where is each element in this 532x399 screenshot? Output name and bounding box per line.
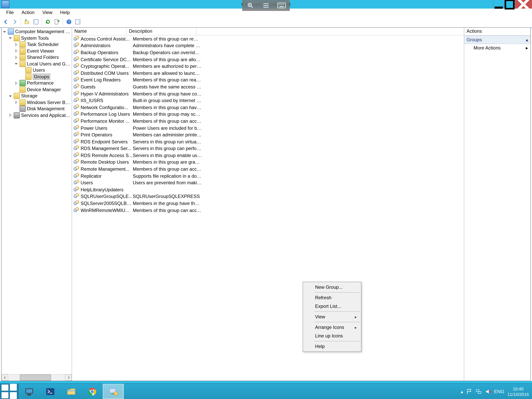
list-row[interactable]: WinRMRemoteWMIU...Members of this group … <box>72 207 464 214</box>
list-row[interactable]: Certificate Service DC...Members of this… <box>72 56 464 63</box>
volume-icon[interactable] <box>485 388 491 394</box>
tree-node[interactable]: Event Viewer <box>1 48 72 54</box>
scroll-thumb[interactable] <box>20 374 51 381</box>
tree-node[interactable]: Groups <box>1 73 72 80</box>
expand-icon[interactable] <box>14 55 18 60</box>
tree-node[interactable]: Windows Server Backup <box>1 99 72 106</box>
list-row[interactable]: Performance Monitor ...Members of this g… <box>72 118 464 124</box>
context-menu-item[interactable]: Export List... <box>304 302 360 310</box>
tree-node[interactable]: Disk Management <box>1 106 72 112</box>
expand-icon[interactable] <box>14 81 18 85</box>
list-row[interactable]: Event Log ReadersMembers of this group c… <box>72 77 464 83</box>
context-menu[interactable]: New Group...RefreshExport List...ViewArr… <box>303 282 361 352</box>
menu-icon[interactable] <box>262 2 270 9</box>
list-row[interactable]: SQLRUserGroupSQLE...SQLRUserGroupSQLEXPR… <box>72 193 464 200</box>
list-row[interactable]: Remote Management...Members of this grou… <box>72 166 464 173</box>
zoom-icon[interactable] <box>246 2 255 9</box>
list-body[interactable]: Access Control Assist...Members of this … <box>72 35 464 381</box>
context-menu-item[interactable]: Arrange Icons <box>304 323 360 332</box>
task-chrome[interactable] <box>82 384 103 399</box>
back-button[interactable] <box>1 17 10 26</box>
list-row[interactable]: Backup OperatorsBackup Operators can ove… <box>72 49 464 56</box>
task-computer-management[interactable] <box>103 384 124 399</box>
list-row[interactable]: IIS_IUSRSBuilt-in group used by Internet… <box>72 97 464 104</box>
list-row[interactable]: Remote Desktop UsersMembers in this grou… <box>72 159 464 166</box>
list-row[interactable]: GuestsGuests have the same access as m..… <box>72 83 464 90</box>
scroll-track[interactable] <box>8 374 65 381</box>
task-file-explorer[interactable] <box>61 384 82 399</box>
list-row[interactable]: AdministratorsAdministrators have comple… <box>72 42 464 49</box>
menu-file[interactable]: File <box>2 9 18 16</box>
list-pane[interactable]: Name Description Access Control Assist..… <box>72 28 464 381</box>
list-row[interactable]: RDS Management Ser...Servers in this gro… <box>72 145 464 152</box>
refresh-button[interactable] <box>44 17 52 26</box>
list-row[interactable]: Cryptographic Operat...Members are autho… <box>72 63 464 70</box>
list-row[interactable]: RDS Endpoint ServersServers in this grou… <box>72 138 464 145</box>
list-row[interactable]: Access Control Assist...Members of this … <box>72 35 464 42</box>
context-menu-item[interactable]: New Group... <box>304 283 360 291</box>
scroll-left-button[interactable] <box>1 374 8 381</box>
tree-horizontal-scrollbar[interactable] <box>1 374 72 381</box>
list-row[interactable]: Performance Log UsersMembers of this gro… <box>72 111 464 118</box>
menu-help[interactable]: Help <box>56 9 74 16</box>
column-header-description[interactable]: Description <box>127 28 197 35</box>
collapse-icon[interactable] <box>8 36 13 40</box>
list-row[interactable]: SQLServer2005SQLBro...Members in the gro… <box>72 200 464 207</box>
network-icon[interactable] <box>475 388 482 394</box>
menu-view[interactable]: View <box>38 9 56 16</box>
flag-icon[interactable] <box>466 388 472 394</box>
context-menu-item[interactable]: Refresh <box>304 293 360 302</box>
close-button[interactable] <box>515 0 532 9</box>
export-button[interactable] <box>53 17 61 26</box>
session-overlay-toolbar[interactable] <box>242 0 290 11</box>
collapse-icon[interactable] <box>14 62 18 66</box>
tree-node[interactable]: Storage <box>1 93 72 99</box>
tray-clock[interactable]: 10:40 11/10/2016 <box>507 386 530 397</box>
minimize-button[interactable] <box>493 0 504 9</box>
task-server-manager[interactable] <box>19 384 40 399</box>
expand-icon[interactable] <box>8 113 13 117</box>
list-row[interactable]: Hyper-V AdministratorsMembers of this gr… <box>72 90 464 97</box>
system-tray[interactable]: ▴ ENG 10:40 11/10/2016 <box>458 384 532 399</box>
task-powershell[interactable] <box>40 384 61 399</box>
context-menu-item[interactable]: Line up Icons <box>304 332 360 340</box>
tree-node[interactable]: Task Scheduler <box>1 41 72 48</box>
scroll-right-button[interactable] <box>65 374 72 381</box>
actions-group-header[interactable]: Groups ▴ <box>464 35 531 44</box>
expand-icon[interactable] <box>14 42 18 47</box>
tree-root[interactable]: Computer Management (Local) <box>1 28 72 35</box>
list-row[interactable]: Print OperatorsMembers can administer pr… <box>72 131 464 138</box>
list-row[interactable]: Distributed COM UsersMembers are allowed… <box>72 70 464 77</box>
tree-node[interactable]: Users <box>1 67 72 73</box>
tray-chevron-icon[interactable]: ▴ <box>461 389 463 394</box>
collapse-icon[interactable] <box>2 30 7 34</box>
tree-node[interactable]: Shared Folders <box>1 54 72 61</box>
list-row[interactable]: Power UsersPower Users are included for … <box>72 124 464 131</box>
help-button[interactable]: ? <box>65 17 73 26</box>
collapse-icon[interactable] <box>8 94 13 98</box>
column-header-name[interactable]: Name <box>72 28 127 35</box>
show-hide-tree-button[interactable] <box>32 17 40 26</box>
menu-action[interactable]: Action <box>18 9 38 16</box>
taskbar[interactable]: ▴ ENG 10:40 11/10/2016 <box>0 383 532 399</box>
console-tree[interactable]: Computer Management (Local)System ToolsT… <box>1 28 72 374</box>
keyboard-icon[interactable] <box>277 2 286 9</box>
tree-node[interactable]: System Tools <box>1 35 72 41</box>
maximize-button[interactable] <box>504 0 515 9</box>
tray-language[interactable]: ENG <box>494 389 504 394</box>
tree-node[interactable]: Local Users and Groups <box>1 61 72 67</box>
forward-button[interactable] <box>11 17 19 26</box>
actions-more-actions[interactable]: More Actions ▸ <box>464 44 531 52</box>
list-row[interactable]: ReplicatorSupports file replication in a… <box>72 173 464 180</box>
expand-icon[interactable] <box>14 49 18 53</box>
up-button[interactable] <box>23 17 31 26</box>
expand-icon[interactable] <box>14 100 18 105</box>
list-row[interactable]: Network Configuratio...Members in this g… <box>72 104 464 111</box>
start-button[interactable] <box>0 384 19 399</box>
tree-node[interactable]: Device Manager <box>1 86 72 93</box>
context-menu-item[interactable]: View <box>304 313 360 321</box>
list-row[interactable]: RDS Remote Access S...Servers in this gr… <box>72 152 464 159</box>
tree-node[interactable]: Services and Applications <box>1 112 72 118</box>
tree-node[interactable]: Performance <box>1 80 72 86</box>
list-row[interactable]: UsersUsers are prevented from making ... <box>72 180 464 186</box>
